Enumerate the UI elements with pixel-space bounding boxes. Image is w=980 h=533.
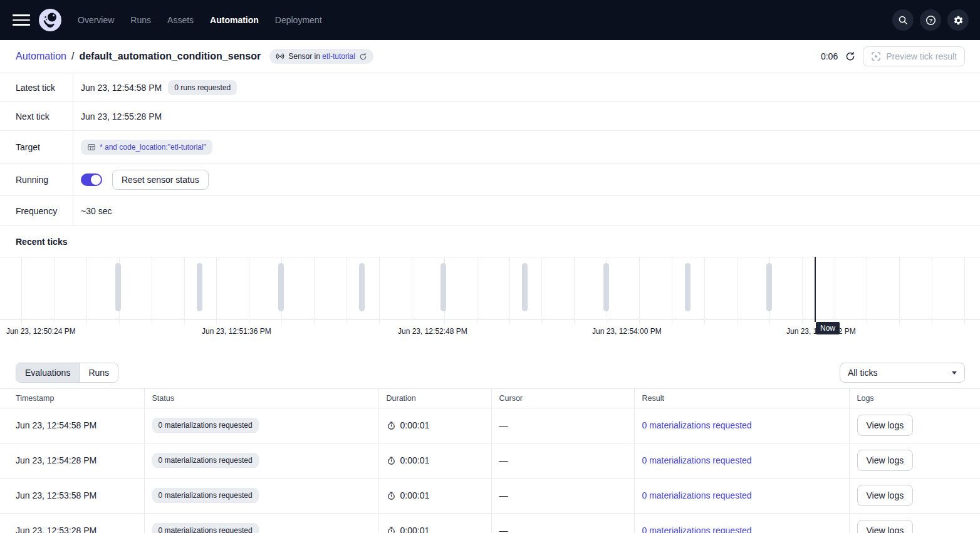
axis-label: Jun 23, 12:52:48 PM [398,326,473,337]
asset-table-icon [87,143,96,152]
view-logs-button[interactable]: View logs [857,485,914,506]
tick-bar[interactable] [522,263,528,311]
nav-item-deployment[interactable]: Deployment [275,15,322,25]
page-title: default_automation_condition_sensor [79,51,261,62]
timeline-gridline [574,257,575,324]
results-toolbar: Evaluations Runs All ticks [0,357,980,389]
view-logs-button[interactable]: View logs [857,450,914,471]
next-tick-value: Jun 23, 12:55:28 PM [81,111,162,122]
settings-button[interactable] [947,9,969,31]
tick-bar[interactable] [197,263,202,311]
row-duration: 0:00:01 [400,455,430,465]
latest-tick-row: Latest tick Jun 23, 12:54:58 PM 0 runs r… [0,73,980,101]
tick-bar[interactable] [685,263,691,311]
stopwatch-icon [387,526,396,533]
search-icon [898,15,908,25]
breadcrumb-automation-link[interactable]: Automation [16,51,66,62]
hamburger-menu-icon[interactable] [13,14,30,26]
dagster-logo-icon[interactable] [39,9,61,31]
timeline-gridline [932,257,932,324]
row-cursor: — [499,525,508,533]
tick-filter-select[interactable]: All ticks [840,363,965,383]
nav-item-overview[interactable]: Overview [78,15,114,25]
next-tick-row: Next tick Jun 23, 12:55:28 PM [0,101,980,130]
running-label: Running [0,163,73,195]
timeline-gridline [899,257,900,324]
code-location-link[interactable]: etl-tutorial [322,52,355,61]
row-result-link[interactable]: 0 materializations requested [642,525,752,533]
frequency-label: Frequency [0,196,73,225]
timeline-gridline [314,257,315,324]
tab-runs[interactable]: Runs [80,363,118,382]
timeline-gridline [21,257,22,324]
now-tooltip: Now [816,322,840,334]
timeline-gridline [216,257,217,324]
latest-tick-label: Latest tick [0,73,73,101]
tick-bar[interactable] [766,263,772,311]
row-duration: 0:00:01 [400,525,430,533]
row-result-link[interactable]: 0 materializations requested [642,420,752,430]
help-button[interactable]: ? [920,9,941,31]
axis-label: Jun 23, 12:54:00 PM [592,326,667,337]
tick-filter-value: All ticks [848,368,877,378]
tick-bar[interactable] [440,263,446,311]
timeline-gridline [184,257,185,324]
svg-text:?: ? [929,17,932,23]
stopwatch-icon [387,491,396,500]
tick-bar[interactable] [115,263,121,311]
col-result: Result [634,389,849,408]
row-result-link[interactable]: 0 materializations requested [642,490,752,500]
timeline-gridline [509,257,510,324]
nav-item-assets[interactable]: Assets [167,15,194,25]
tab-evaluations[interactable]: Evaluations [16,363,80,382]
refresh-button[interactable] [845,51,855,61]
sensor-badge-text: Sensor in etl-tutorial [288,52,355,61]
row-duration: 0:00:01 [400,420,430,430]
running-toggle[interactable] [81,173,102,186]
row-timestamp: Jun 23, 12:53:28 PM [16,525,96,533]
row-cursor: — [499,490,508,500]
tick-bar[interactable] [359,263,365,311]
tick-bar[interactable] [278,263,284,311]
axis-label: Jun 23, 12:51:36 PM [202,326,277,337]
page-header: Automation / default_automation_conditio… [0,40,980,73]
timeline-gridline [964,257,965,324]
breadcrumb-separator: / [71,51,74,62]
nav-item-runs[interactable]: Runs [130,15,151,25]
row-status-badge: 0 materializations requested [152,488,259,503]
timeline-gridline [704,257,705,324]
timeline-gridline [737,257,738,324]
reset-sensor-status-button[interactable]: Reset sensor status [112,170,209,190]
help-icon: ? [925,15,936,26]
row-cursor: — [499,420,508,430]
row-result-link[interactable]: 0 materializations requested [642,455,752,465]
timeline-gridline [802,257,803,324]
timeline-gridline [347,257,347,324]
timeline-gridline [835,257,835,324]
reload-location-icon[interactable] [359,53,367,61]
col-duration: Duration [378,389,491,408]
timeline-gridline [541,257,542,324]
row-status-badge: 0 materializations requested [152,453,259,468]
row-duration: 0:00:01 [400,490,430,500]
top-navbar: OverviewRunsAssetsAutomationDeployment ? [0,0,980,40]
refresh-icon [845,51,855,61]
sensor-location-badge: Sensor in etl-tutorial [269,49,373,64]
search-button[interactable] [892,9,914,31]
target-selection-chip[interactable]: * and code_location:"etl-tutorial" [81,140,212,155]
table-header-row: Timestamp Status Duration Cursor Result … [0,389,980,408]
latest-tick-value: Jun 23, 12:54:58 PM [81,83,162,93]
preview-icon [871,51,881,61]
tick-bar[interactable] [603,263,609,311]
timeline-gridline [477,257,477,324]
view-logs-button[interactable]: View logs [857,415,914,436]
axis-label: Jun 23, 12:50:24 PM [6,326,81,337]
stopwatch-icon [387,456,396,465]
view-logs-button[interactable]: View logs [857,520,914,533]
timeline-gridline [412,257,412,324]
gear-icon [953,15,964,26]
preview-tick-result-button[interactable]: Preview tick result [863,46,965,66]
evaluation-row: Jun 23, 12:53:28 PM0 materializations re… [0,513,980,533]
tick-timeline-chart: Jun 23, 12:50:24 PMJun 23, 12:51:36 PMJu… [0,257,980,357]
nav-item-automation[interactable]: Automation [210,15,259,25]
